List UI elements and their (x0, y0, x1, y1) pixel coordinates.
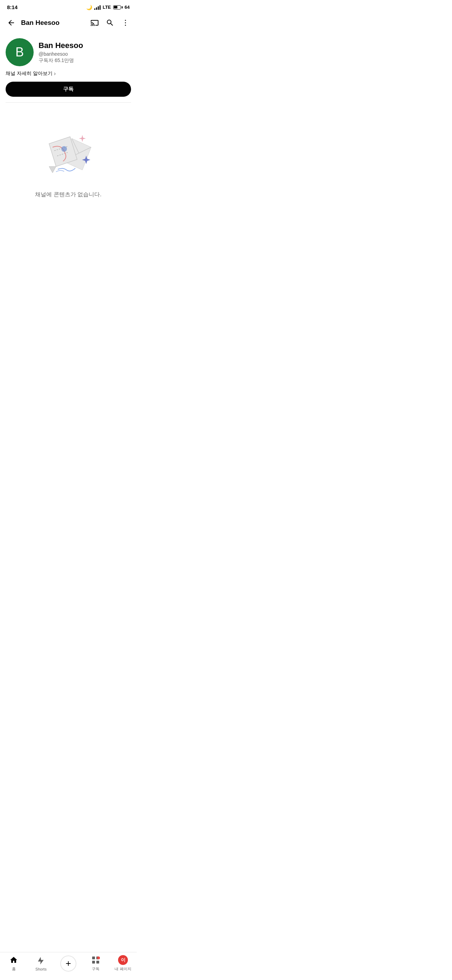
channel-handle: @banheesoo (38, 51, 131, 57)
empty-illustration (37, 128, 100, 184)
channel-details: Ban Heesoo @banheesoo 구독자 65.1만명 (38, 41, 131, 64)
svg-point-3 (61, 146, 67, 152)
empty-state-message: 채널에 콘텐츠가 없습니다. (35, 191, 101, 198)
status-time: 8:14 (7, 4, 18, 10)
back-icon (7, 19, 16, 27)
status-icons: 🌙 LTE 64 (86, 5, 130, 10)
channel-name: Ban Heesoo (38, 41, 131, 50)
empty-state: 채널에 콘텐츠가 없습니다. (0, 107, 137, 212)
more-button[interactable] (118, 16, 132, 30)
chevron-right-icon: › (54, 70, 56, 77)
avatar-letter: B (16, 45, 24, 60)
cast-icon (91, 19, 99, 27)
battery-percentage: 64 (125, 5, 130, 10)
svg-point-1 (125, 22, 126, 24)
status-bar: 8:14 🌙 LTE 64 (0, 0, 137, 13)
top-navigation: Ban Heesoo (0, 13, 137, 33)
moon-icon: 🌙 (86, 5, 92, 10)
cast-button[interactable] (88, 16, 102, 30)
lte-label: LTE (103, 5, 111, 10)
channel-header: B Ban Heesoo @banheesoo 구독자 65.1만명 채널 자세… (0, 33, 137, 107)
battery-icon (113, 5, 123, 10)
search-button[interactable] (103, 16, 117, 30)
channel-avatar: B (6, 38, 33, 66)
back-button[interactable] (4, 16, 18, 30)
channel-subscribers: 구독자 65.1만명 (38, 57, 131, 64)
more-icon (121, 19, 130, 27)
signal-icon (94, 5, 100, 10)
channel-more-text: 채널 자세히 알아보기 (6, 70, 53, 77)
svg-point-2 (125, 25, 126, 26)
nav-actions (88, 16, 132, 30)
search-icon (106, 19, 114, 27)
svg-point-0 (125, 20, 126, 21)
channel-info: B Ban Heesoo @banheesoo 구독자 65.1만명 (6, 38, 131, 66)
subscribe-button[interactable]: 구독 (6, 82, 131, 97)
channel-more-link[interactable]: 채널 자세히 알아보기 › (6, 70, 131, 77)
page-title: Ban Heesoo (21, 19, 85, 27)
divider (6, 102, 131, 103)
